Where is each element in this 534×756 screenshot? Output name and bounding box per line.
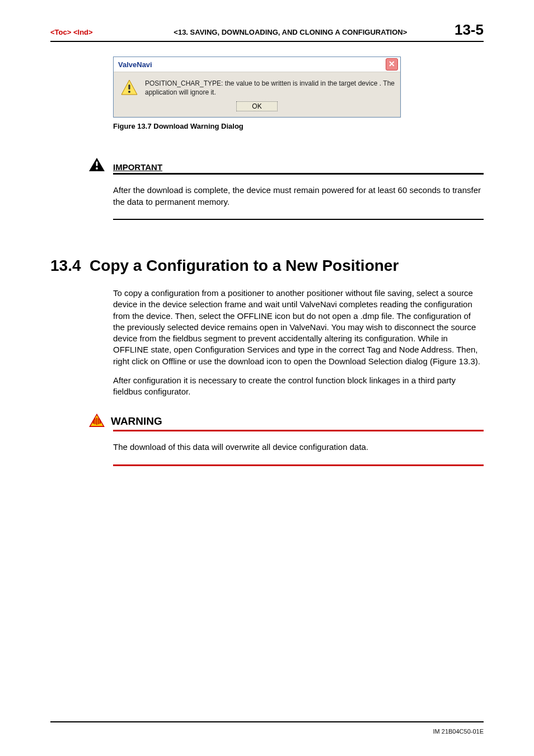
page-header: <Toc> <Ind> <13. SAVING, DOWNLOADING, AN… [50,21,484,42]
section-heading: 13.4 Copy a Configuration to a New Posit… [50,257,484,275]
svg-point-2 [128,91,130,93]
important-label: IMPORTANT [113,162,162,172]
dialog-message: POSITION_CHAR_TYPE: the value to be writ… [145,79,395,97]
important-icon [88,157,105,172]
warning-icon [88,413,105,428]
page-number: 13-5 [455,21,484,39]
section-para-2: After configuration it is necessary to c… [113,375,484,398]
valvenavi-dialog: ValveNavi ✕ POSITION_CHAR_TYPE: the valu… [113,57,401,118]
section-body: To copy a configuration from a positione… [113,288,484,397]
section-number: 13.4 [50,257,81,274]
figure-caption: Figure 13.7 Download Warning Dialog [113,122,484,130]
toc-link[interactable]: <Toc> [50,28,71,36]
dialog-title: ValveNavi [118,60,152,69]
section-para-1: To copy a configuration from a positione… [113,288,484,367]
svg-point-5 [96,167,98,170]
divider [113,464,484,466]
footer-docid: IM 21B04C50-01E [433,728,484,735]
warning-icon [120,79,138,97]
svg-rect-1 [128,84,130,90]
important-block: IMPORTANT After the download is complete… [113,157,484,220]
chapter-title: <13. SAVING, DOWNLOADING, AND CLONING A … [93,28,455,36]
footer-rule [50,721,484,722]
divider [113,173,484,175]
important-text: After the download is complete, the devi… [113,185,484,208]
divider [113,430,484,431]
ind-link[interactable]: <Ind> [73,28,93,36]
ok-button[interactable]: OK [236,101,278,111]
close-icon[interactable]: ✕ [386,58,398,71]
section-title: Copy a Configuration to a New Positioner [90,257,399,274]
warning-text: The download of this data will overwrite… [113,442,484,453]
warning-block: WARNING The download of this data will o… [113,413,484,466]
warning-label: WARNING [111,415,162,428]
divider [113,219,484,220]
figure-dialog: ValveNavi ✕ POSITION_CHAR_TYPE: the valu… [113,57,484,130]
svg-rect-4 [96,162,98,166]
